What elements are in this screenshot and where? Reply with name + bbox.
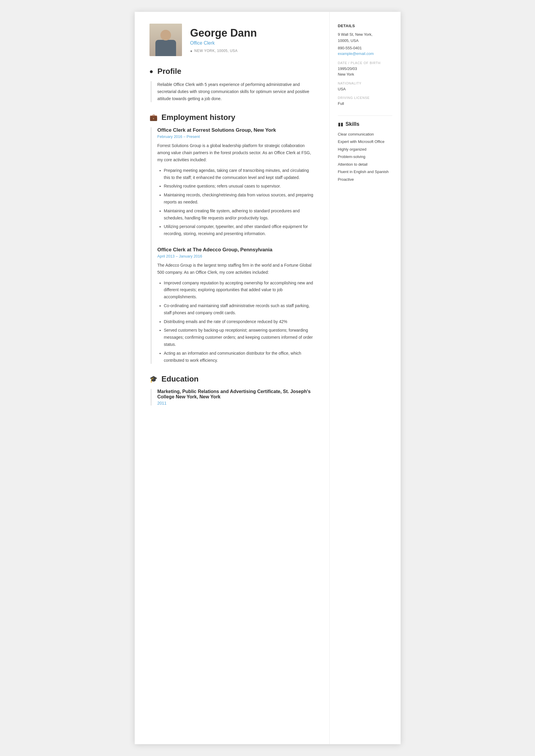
- sidebar: Details 9 Wall St, New York,10005, USA 8…: [330, 12, 401, 744]
- nationality-label: NATIONALITY: [338, 82, 392, 85]
- list-item: Served customers by backing-up reception…: [164, 327, 315, 348]
- dob-value: 1995/20/03 New York: [338, 66, 392, 77]
- details-email: example@email.com: [338, 51, 392, 56]
- education-heading: 🎓 Education: [150, 374, 315, 384]
- employment-title: Employment history: [162, 113, 236, 122]
- driving-label: DRIVING LICENSE: [338, 96, 392, 99]
- job-2-dates: April 2013 – January 2016: [157, 254, 315, 258]
- skills-list: Clear communicationExpert with Microsoft…: [338, 131, 392, 182]
- profile-text: Reliable Office Clerk with 5 years exper…: [157, 81, 315, 102]
- list-item: Maintaining and creating file system, ad…: [164, 208, 315, 222]
- profile-heading: ● Profile: [150, 67, 315, 76]
- skill-item: Problem-solving: [338, 154, 392, 160]
- nationality-value: USA: [338, 86, 392, 92]
- profile-title: Profile: [157, 67, 182, 76]
- header-section: George Dann Office Clerk ● NEW YORK, 100…: [150, 24, 315, 56]
- skills-title: Skills: [346, 121, 359, 127]
- skill-item: Clear communication: [338, 131, 392, 137]
- resume-container: George Dann Office Clerk ● NEW YORK, 100…: [135, 12, 401, 744]
- job-1-bullets: Preparing meeting agendas, taking care o…: [157, 167, 315, 237]
- sidebar-skills: ▮▮ Skills Clear communicationExpert with…: [338, 121, 392, 182]
- edu-1-degree: Marketing, Public Relations and Advertis…: [157, 389, 315, 399]
- list-item: Co-ordinating and maintaining staff admi…: [164, 302, 315, 316]
- avatar-body: [155, 40, 176, 56]
- skill-item: Expert with Microsoft Office: [338, 139, 392, 145]
- sidebar-divider: [338, 116, 392, 116]
- employment-icon: 💼: [150, 114, 157, 122]
- job-2-description: The Adecco Group is the largest temp sta…: [157, 262, 315, 276]
- job-1-title: Office Clerk at Forrest Solutions Group,…: [157, 127, 315, 133]
- skills-icon: ▮▮: [338, 122, 343, 127]
- candidate-location: ● NEW YORK, 10005, USA: [190, 49, 315, 53]
- avatar: [150, 24, 182, 56]
- job-1-dates: February 2016 – Present: [157, 134, 315, 139]
- job-1: Office Clerk at Forrest Solutions Group,…: [157, 127, 315, 237]
- employment-section: 💼 Employment history Office Clerk at For…: [150, 113, 315, 364]
- profile-section: ● Profile Reliable Office Clerk with 5 y…: [150, 67, 315, 102]
- list-item: Maintaining records, checking/retrieving…: [164, 192, 315, 206]
- sidebar-details: Details 9 Wall St, New York,10005, USA 8…: [338, 24, 392, 107]
- skill-item: Highly organized: [338, 147, 392, 152]
- location-icon: ●: [190, 49, 193, 53]
- profile-icon: ●: [150, 68, 153, 75]
- list-item: Improved company reputation by accepting…: [164, 280, 315, 301]
- job-1-description: Forrest Solutions Group is a global lead…: [157, 142, 315, 163]
- driving-value: Full: [338, 101, 392, 107]
- skills-block-heading: ▮▮ Skills: [338, 121, 392, 127]
- job-2: Office Clerk at The Adecco Group, Pennsy…: [157, 247, 315, 364]
- candidate-name: George Dann: [190, 27, 315, 39]
- main-content: George Dann Office Clerk ● NEW YORK, 100…: [135, 12, 330, 744]
- edu-entry-1: Marketing, Public Relations and Advertis…: [157, 389, 315, 405]
- details-address: 9 Wall St, New York,10005, USA: [338, 32, 392, 44]
- list-item: Acting as an information and communicati…: [164, 350, 315, 364]
- candidate-title: Office Clerk: [190, 40, 315, 46]
- job-entry-1: Office Clerk at Forrest Solutions Group,…: [151, 127, 315, 364]
- education-content: Marketing, Public Relations and Advertis…: [151, 389, 315, 405]
- skill-item: Proactive: [338, 176, 392, 182]
- job-2-bullets: Improved company reputation by accepting…: [157, 280, 315, 364]
- header-info: George Dann Office Clerk ● NEW YORK, 100…: [190, 27, 315, 53]
- skill-item: Fluent in English and Spanish: [338, 169, 392, 175]
- education-title: Education: [162, 374, 199, 384]
- dob-label: DATE / PLACE OF BIRTH: [338, 61, 392, 65]
- education-section: 🎓 Education Marketing, Public Relations …: [150, 374, 315, 405]
- list-item: Resolving routine questions; refers unus…: [164, 183, 315, 190]
- profile-content: Reliable Office Clerk with 5 years exper…: [151, 81, 315, 102]
- skill-item: Attention to detail: [338, 162, 392, 168]
- details-phone: 890-555-0401: [338, 46, 392, 50]
- avatar-head: [160, 30, 171, 40]
- job-2-title: Office Clerk at The Adecco Group, Pennsy…: [157, 247, 315, 253]
- education-icon: 🎓: [150, 375, 157, 383]
- list-item: Utilizing personal computer, typewriter,…: [164, 223, 315, 237]
- list-item: Distributing emails and the rate of corr…: [164, 318, 315, 325]
- edu-1-year: 2011: [157, 401, 315, 405]
- employment-heading: 💼 Employment history: [150, 113, 315, 122]
- details-heading: Details: [338, 24, 392, 28]
- list-item: Preparing meeting agendas, taking care o…: [164, 167, 315, 181]
